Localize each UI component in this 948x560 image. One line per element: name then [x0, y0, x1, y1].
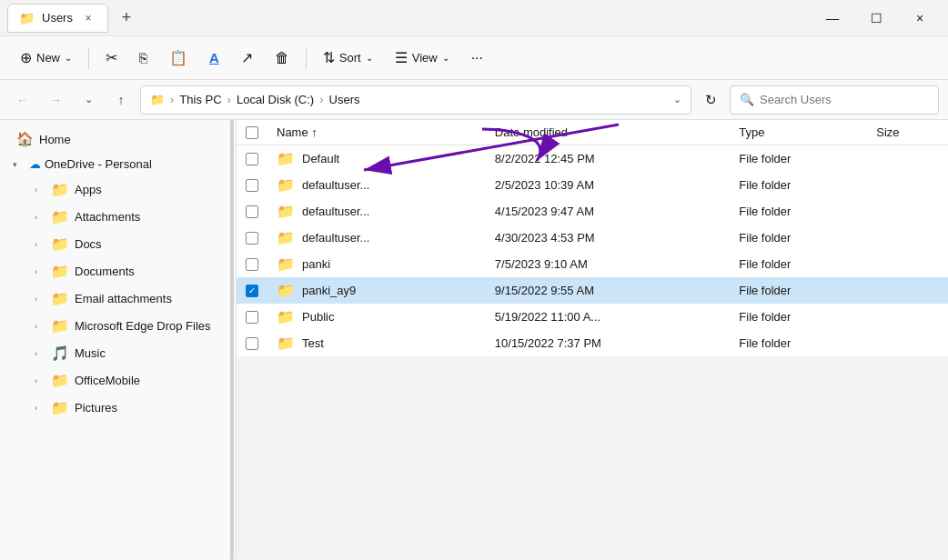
row-checkbox[interactable] [246, 205, 258, 218]
view-icon: ☰ [395, 49, 408, 66]
sidebar-item-documents[interactable]: › 📁 Documents [4, 258, 232, 285]
row-name-cell: 📁panki_ay9 [267, 277, 486, 304]
table-row[interactable]: 📁defaultuser...4/30/2023 4:53 PMFile fol… [237, 225, 948, 251]
row-name-cell: 📁Test [267, 330, 486, 356]
header-checkbox-box[interactable] [246, 126, 258, 139]
row-checkbox-cell[interactable] [237, 304, 267, 330]
row-checkbox[interactable] [246, 179, 258, 192]
tab-close-button[interactable]: × [80, 10, 96, 26]
search-box[interactable]: 🔍 [730, 85, 939, 115]
sidebar-item-home[interactable]: 🏠 Home [4, 126, 232, 152]
sidebar-onedrive-label: OneDrive - Personal [45, 157, 152, 171]
header-date-modified[interactable]: Date modified [486, 120, 731, 145]
folder-icon: 📁 [19, 11, 35, 25]
view-button[interactable]: ☰ View ⌄ [386, 44, 459, 72]
refresh-button[interactable]: ↻ [697, 86, 724, 114]
new-chevron: ⌄ [65, 53, 72, 63]
row-checkbox-cell[interactable] [237, 145, 267, 173]
sort-label: Sort [339, 51, 361, 65]
row-name-text: Public [302, 310, 334, 324]
tab-users[interactable]: 📁 Users × [7, 4, 108, 33]
address-path[interactable]: 📁 › This PC › Local Disk (C:) › Users ⌄ [140, 85, 691, 115]
sort-chevron: ⌄ [366, 53, 373, 63]
documents-folder-icon: 📁 [51, 263, 69, 280]
minimize-button[interactable]: — [812, 4, 853, 33]
row-size [867, 304, 948, 330]
back-button[interactable]: ← [9, 86, 36, 114]
table-row[interactable]: 📁Default8/2/2022 12:45 PMFile folder [237, 145, 948, 173]
apps-folder-icon: 📁 [51, 181, 69, 198]
row-checkbox-cell[interactable] [237, 330, 267, 356]
row-size [867, 330, 948, 356]
paste-button[interactable]: 📋 [160, 44, 197, 72]
header-size[interactable]: Size [867, 120, 948, 145]
sort-button[interactable]: ⇅ Sort ⌄ [314, 44, 382, 72]
toolbar-sep-2 [306, 47, 307, 69]
row-date-modified: 10/15/2022 7:37 PM [486, 330, 731, 356]
row-checkbox-cell[interactable] [237, 225, 267, 251]
rename-icon: A [209, 50, 219, 65]
sidebar-scrollbar[interactable] [230, 120, 234, 560]
share-button[interactable]: ↗ [232, 44, 262, 72]
copy-button[interactable]: ⎘ [130, 45, 156, 71]
row-checkbox-cell[interactable] [237, 172, 267, 198]
delete-button[interactable]: 🗑 [266, 45, 298, 72]
chevron-right-icon: › [35, 185, 45, 195]
row-checkbox-cell[interactable] [237, 277, 267, 304]
toolbar-sep-1 [88, 47, 89, 69]
table-row[interactable]: 📁defaultuser...4/15/2023 9:47 AMFile fol… [237, 198, 948, 225]
chevron-down-icon: ▾ [13, 160, 25, 169]
row-checkbox[interactable] [246, 153, 258, 165]
sidebar-item-edge-drop[interactable]: › 📁 Microsoft Edge Drop Files [4, 313, 232, 339]
toolbar: ⊕ New ⌄ ✂ ⎘ 📋 A ↗ 🗑 ⇅ Sort ⌄ ☰ View ⌄ ··… [0, 36, 948, 80]
sidebar: 🏠 Home ▾ ☁ OneDrive - Personal › 📁 Apps … [0, 120, 237, 560]
row-name-text: defaultuser... [302, 205, 369, 218]
sidebar-item-email-attachments[interactable]: › 📁 Email attachments [4, 285, 232, 312]
header-type[interactable]: Type [730, 120, 867, 145]
sidebar-item-attachments[interactable]: › 📁 Attachments [4, 204, 232, 230]
more-button[interactable]: ··· [462, 45, 492, 72]
row-checkbox[interactable] [246, 337, 258, 350]
row-checkbox[interactable] [246, 285, 258, 297]
row-size [867, 198, 948, 225]
history-dropdown-button[interactable]: ⌄ [75, 86, 102, 114]
row-checkbox-cell[interactable] [237, 198, 267, 225]
header-name[interactable]: Name ↑ [267, 120, 486, 145]
sidebar-item-pictures[interactable]: › 📁 Pictures [4, 395, 232, 421]
path-users[interactable]: Users [329, 93, 360, 106]
row-size [867, 225, 948, 251]
pictures-icon: 📁 [51, 399, 69, 416]
table-row[interactable]: 📁defaultuser...2/5/2023 10:39 AMFile fol… [237, 172, 948, 198]
sidebar-onedrive-header[interactable]: ▾ ☁ OneDrive - Personal [4, 153, 232, 175]
sidebar-officemobile-label: OfficeMobile [75, 374, 140, 387]
sidebar-item-apps[interactable]: › 📁 Apps [4, 176, 232, 203]
rename-button[interactable]: A [200, 45, 228, 71]
table-row[interactable]: 📁panki7/5/2023 9:10 AMFile folder [237, 251, 948, 277]
sidebar-item-officemobile[interactable]: › 📁 OfficeMobile [4, 367, 232, 394]
row-size [867, 277, 948, 304]
sidebar-item-docs[interactable]: › 📁 Docs [4, 231, 232, 257]
up-button[interactable]: ↑ [107, 86, 135, 114]
forward-button[interactable]: → [42, 86, 69, 114]
address-dropdown-button[interactable]: ⌄ [673, 94, 681, 105]
close-button[interactable]: × [899, 4, 941, 33]
table-row[interactable]: 📁panki_ay99/15/2022 9:55 AMFile folder [237, 277, 948, 304]
row-checkbox[interactable] [246, 232, 258, 245]
path-this-pc[interactable]: This PC [179, 93, 221, 106]
new-button[interactable]: ⊕ New ⌄ [11, 44, 81, 72]
table-row[interactable]: 📁Public5/19/2022 11:00 A...File folder [237, 304, 948, 330]
header-checkbox[interactable] [237, 120, 267, 145]
row-checkbox[interactable] [246, 311, 258, 324]
sidebar-item-music[interactable]: › 🎵 Music [4, 340, 232, 366]
path-local-disk[interactable]: Local Disk (C:) [237, 93, 314, 106]
paste-icon: 📋 [169, 49, 187, 66]
sidebar-attachments-label: Attachments [75, 210, 140, 224]
cut-button[interactable]: ✂ [96, 44, 126, 72]
row-type: File folder [730, 172, 867, 198]
maximize-button[interactable]: ☐ [855, 4, 897, 33]
new-tab-button[interactable]: + [114, 5, 139, 31]
table-row[interactable]: 📁Test10/15/2022 7:37 PMFile folder [237, 330, 948, 356]
search-input[interactable] [760, 93, 929, 106]
row-checkbox[interactable] [246, 258, 258, 271]
row-checkbox-cell[interactable] [237, 251, 267, 277]
